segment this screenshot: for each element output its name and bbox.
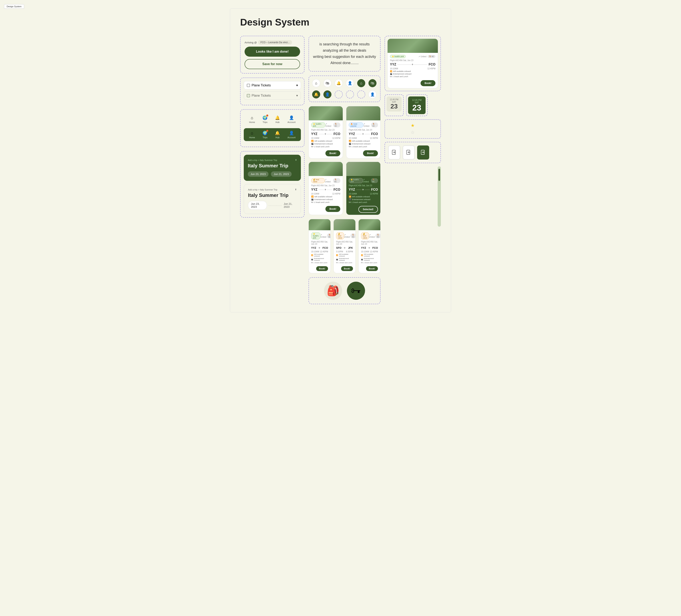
- search-line-2: analyzing all the best deals: [313, 48, 376, 53]
- home-circle-icon[interactable]: ⌂: [312, 79, 320, 87]
- browser-tab[interactable]: Design System: [4, 4, 677, 8]
- star-empty-icon[interactable]: ☆: [411, 130, 415, 135]
- hero-book-btn[interactable]: Book!: [421, 80, 435, 86]
- doc-add-icon-1[interactable]: [388, 145, 400, 160]
- route-b1: YYZ ✈ FCO: [311, 246, 328, 249]
- nav-account-dark[interactable]: 👤 Account: [287, 131, 296, 139]
- save-for-now-button[interactable]: Save for now: [245, 59, 300, 69]
- meal-row-1: 🍽1 Snack and Lunch: [311, 145, 340, 148]
- person-circle-icon[interactable]: 👤: [346, 79, 354, 87]
- flight-info-b2: Flight A3C456 Sat, Jun 23: [336, 241, 353, 245]
- airline-b3: ↗ United: [369, 234, 375, 238]
- seats-badge-2: 🪑 6C: [371, 123, 378, 127]
- trip-card-widget: Add a trip > Italy Summer Trip ⬆ Italy S…: [240, 151, 304, 218]
- home-circle-dark-icon[interactable]: ⌂: [357, 79, 365, 87]
- hero-meal: 🍽1 Snack and Lunch: [390, 76, 435, 78]
- trip-breadcrumb-light: Add a trip > Italy Summer Trip ⬆: [248, 188, 297, 191]
- checkbox-checked: [247, 94, 250, 97]
- dropdown-inactive[interactable]: Plane Tickets ▾: [244, 91, 301, 100]
- trip-card-dark[interactable]: Add a trip > Italy Summer Trip ⬆ Italy S…: [244, 155, 301, 181]
- middle-column: is searching through the results analyzi…: [308, 36, 380, 304]
- wifi-row-3: 📶Wifi available onboard: [311, 195, 340, 198]
- flight-times-1: 10:10AM 12:45PM: [311, 137, 340, 139]
- flight-card-popular: 🔥 most popular ↗ United 🪑 6C Flight A3C4…: [346, 106, 380, 159]
- trip-start-date-light: Jun 23, 2023: [248, 201, 267, 210]
- seats-badge-4: 🪑 6C: [371, 178, 378, 183]
- trip-card-light[interactable]: Add a trip > Italy Summer Trip ⬆ Italy S…: [244, 184, 301, 214]
- person-alt-circle-icon[interactable]: 👤: [369, 90, 377, 99]
- airline-name-1: ↗ United: [325, 123, 332, 127]
- selected-button[interactable]: Selected!: [358, 206, 378, 213]
- plane-icon-1: ✈: [324, 133, 326, 135]
- doc-icons-widget: [384, 142, 441, 163]
- calendar-card-active: 12:45 PM SAT 23: [408, 97, 426, 114]
- flight-card-buddis-pick: ⭐ buddi's pick ↗ United 🪑 6C Flight A3C4…: [308, 106, 343, 159]
- nav-home-dark[interactable]: ⌂ Home: [249, 131, 255, 139]
- entertainment-row-1: 🎬Entertainment onboard: [311, 143, 340, 145]
- hero-arr: 12:45PM: [427, 68, 435, 70]
- nav-hub-light[interactable]: 🔔 Hub: [275, 115, 280, 123]
- scrollbar-widget[interactable]: [438, 166, 441, 226]
- arriving-destination[interactable]: FCO – Leonardo Da vinci...: [258, 40, 292, 45]
- to-code-1: FCO: [333, 132, 340, 136]
- flight-card-img-1: [309, 106, 343, 120]
- hero-flight-img: [387, 39, 438, 53]
- nav-account-light[interactable]: 👤 Account: [287, 115, 296, 123]
- bell-circle-dark-icon[interactable]: 🔔: [312, 90, 320, 99]
- hero-wifi: 📶Wifi available onboard: [390, 70, 435, 72]
- book-btn-b2[interactable]: Book!: [341, 266, 353, 271]
- doc-add-icon-2[interactable]: [403, 145, 415, 160]
- route-b3: YYZ ✈ FCO: [361, 246, 378, 249]
- flight-info-4: Flight A3C456 Sat, Jun 23: [349, 184, 378, 187]
- book-button-1[interactable]: Book!: [325, 150, 340, 156]
- nav-hub-dark[interactable]: 🔔 Hub: [275, 131, 280, 139]
- nav-home-light[interactable]: ⌂ Home: [249, 115, 255, 123]
- star-bookmark-widget: ★ ☆: [384, 119, 441, 139]
- done-button[interactable]: Looks like I am done!: [245, 47, 300, 57]
- airline-b1: ↗ United: [320, 234, 326, 238]
- book-btn-b1[interactable]: Book!: [316, 266, 328, 271]
- star-filled-icon[interactable]: ★: [411, 123, 415, 128]
- ent-b1: 🎬Entertainment onboard: [311, 258, 328, 261]
- page-title: Design System: [240, 17, 441, 28]
- share-icon-light[interactable]: ⬆: [295, 188, 297, 191]
- wifi-b3: 📶Wifi available onboard: [361, 253, 378, 257]
- meal-b1: 🍽1 Snack and Lunch: [311, 262, 328, 264]
- flight-route-2: YYZ ✈ FCO: [349, 132, 378, 136]
- bag-circle-icon[interactable]: 🛍: [323, 79, 331, 87]
- from-b3: YYZ: [361, 246, 366, 249]
- share-icon-dark[interactable]: ⬆: [295, 159, 297, 161]
- trip-title-dark: Italy Summer Trip: [248, 163, 297, 168]
- trip-dots: ············: [269, 204, 282, 207]
- nav-trips-dark[interactable]: 🌍 Trips: [262, 131, 268, 139]
- wifi-b1: 📶Wifi available onboard: [311, 253, 328, 257]
- book-btn-b3[interactable]: Book!: [366, 266, 378, 271]
- calendar-widget-inactive: 12:45 PM SAT 23: [406, 95, 428, 116]
- value-badge-b3: 💰 best value: [361, 232, 369, 240]
- trips-notification-badge: [266, 114, 268, 116]
- hero-plane: ✈: [411, 63, 413, 66]
- tab-label[interactable]: Design System: [4, 4, 24, 9]
- dep-time-3: 10:10AM: [311, 193, 319, 195]
- right-column: ⭐ buddi's pick ↗ United 🪑 6C Flight A3C4…: [384, 36, 441, 304]
- meal-row-2: 🍽1 Snack and Lunch: [349, 145, 378, 148]
- seats-b1: 🪑 6C: [327, 234, 331, 238]
- bag-circle-dark-icon[interactable]: 🛍: [369, 79, 377, 87]
- doc-add-icon-dark[interactable]: [417, 145, 429, 160]
- nav-trips-light[interactable]: 🌍 Trips: [262, 115, 268, 123]
- popular-badge: 🔥 most popular: [349, 122, 363, 128]
- search-status-widget: is searching through the results analyzi…: [308, 36, 380, 72]
- book-button-3[interactable]: Book!: [325, 206, 340, 212]
- calendar-time-inactive: 12:45 PM: [390, 99, 398, 101]
- placeholder-icon-2: [346, 90, 354, 99]
- search-line-4: Almost done........: [313, 61, 376, 65]
- flight-card-img-2: [346, 106, 380, 120]
- buddis-pick-badge-b1: ⭐ buddi's pick: [311, 232, 320, 240]
- dropdown-active[interactable]: Plane Tickets ▾: [244, 81, 301, 89]
- plane-icon-3: ✈: [324, 188, 326, 191]
- from-code-3: YYZ: [311, 188, 318, 191]
- person-circle-dark-icon[interactable]: 👤: [323, 90, 331, 99]
- book-button-2[interactable]: Book!: [363, 150, 378, 156]
- bell-circle-icon[interactable]: 🔔: [335, 79, 343, 87]
- hero-flight-scene: [387, 39, 438, 53]
